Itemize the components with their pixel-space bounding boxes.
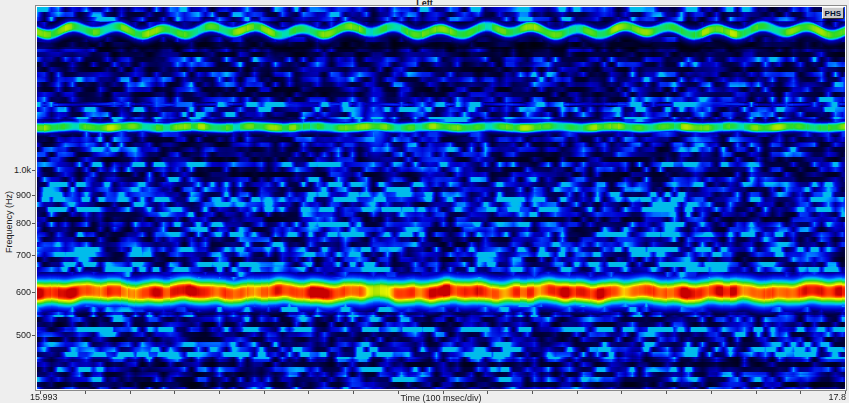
x-end-label: 17.8 [828,392,846,402]
y-tick-mark [32,170,35,171]
y-tick-mark [32,223,35,224]
y-tick-mark [32,292,35,293]
spectrogram-canvas [37,7,845,389]
phs-button[interactable]: PHS [822,7,844,19]
y-tick-mark [32,195,35,196]
plot-frame: PHS [35,5,847,391]
y-tick-label: 900 [1,190,31,200]
spectrogram-panel: Left PHS Frequency (Hz) 1.0k900800700600… [0,0,849,403]
y-tick-mark [32,335,35,336]
y-tick-label: 500 [1,330,31,340]
y-tick-label: 800 [1,218,31,228]
y-tick-mark [32,255,35,256]
x-axis-title: Time (100 msec/div) [37,393,845,403]
y-tick-label: 600 [1,287,31,297]
y-tick-label: 700 [1,250,31,260]
y-tick-label: 1.0k [1,165,31,175]
